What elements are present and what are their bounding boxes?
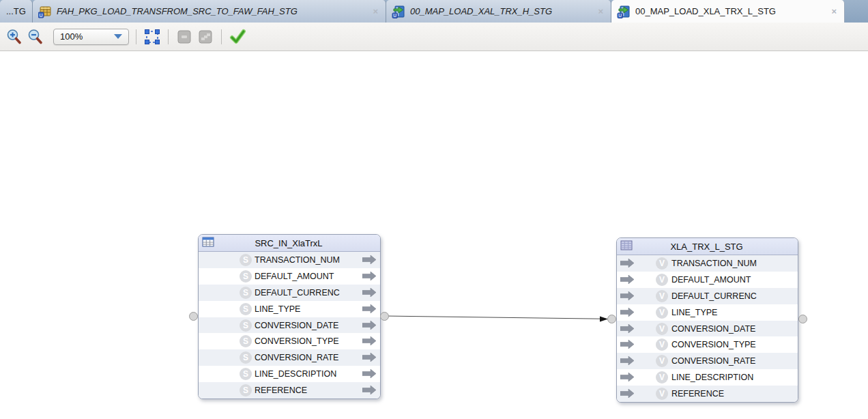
- column-row[interactable]: V CONVERSION_TYPE: [617, 336, 798, 353]
- connector-arrow-icon[interactable]: [620, 340, 634, 351]
- package-icon: U: [38, 5, 53, 18]
- target-badge-icon: V: [656, 306, 668, 319]
- target-badge-icon: V: [656, 355, 668, 367]
- checkmark-icon: [229, 29, 246, 45]
- column-label: LINE_TYPE: [671, 308, 717, 317]
- column-label: CONVERSION_TYPE: [255, 336, 339, 346]
- datastore-icon: [620, 240, 633, 253]
- tab-fah-pkg-load-transfrom[interactable]: U FAH_PKG_LOAD_TRANSFROM_SRC_TO_FAW_FAH_…: [33, 0, 386, 23]
- zoom-out-icon: [27, 29, 44, 45]
- layout-diagram-button-disabled: [197, 28, 214, 46]
- column-row[interactable]: V TRANSACTION_NUM: [617, 255, 798, 272]
- column-row[interactable]: S DEFAULT_CURRENC: [199, 285, 380, 301]
- column-label: LINE_DESCRIPTION: [671, 373, 753, 382]
- column-row[interactable]: S CONVERSION_DATE: [199, 317, 380, 334]
- sync-diagram-button-disabled: [175, 28, 193, 46]
- column-row[interactable]: S LINE_DESCRIPTION: [199, 366, 380, 382]
- layout-diagram-icon: [198, 29, 213, 44]
- connector-arrow-icon[interactable]: [362, 321, 376, 332]
- connector-arrow-icon[interactable]: [362, 386, 376, 396]
- connector-arrow-icon[interactable]: [362, 255, 376, 266]
- column-row[interactable]: V CONVERSION_DATE: [617, 321, 798, 337]
- zoom-in-button[interactable]: [5, 28, 23, 46]
- target-right-port[interactable]: [798, 315, 807, 323]
- connector-arrow-icon[interactable]: [620, 308, 634, 319]
- close-icon[interactable]: ×: [596, 7, 605, 16]
- source-badge-icon: S: [240, 254, 252, 266]
- table-title: XLA_TRX_L_STG: [633, 242, 794, 252]
- close-icon[interactable]: ×: [371, 7, 380, 16]
- column-row[interactable]: V DEFAULT_CURRENC: [617, 288, 798, 304]
- tab-label: 00_MAP_LOAD_XLA_TRX_L_STG: [635, 6, 776, 16]
- column-label: DEFAULT_CURRENC: [671, 291, 757, 301]
- zoom-level-value: 100%: [60, 31, 83, 42]
- target-badge-icon: V: [656, 338, 668, 351]
- column-label: CONVERSION_TYPE: [671, 340, 756, 349]
- mapping-icon: U: [392, 5, 406, 18]
- column-label: DEFAULT_CURRENC: [255, 288, 340, 298]
- connector-arrow-icon[interactable]: [362, 336, 376, 347]
- source-table-src-in-xlatrxl[interactable]: SRC_IN_XlaTrxL S TRANSACTION_NUM S DEFAU…: [198, 234, 381, 399]
- connector-arrow-icon[interactable]: [620, 275, 634, 286]
- tab-00-map-load-xla-trx-l-stg-active[interactable]: U 00_MAP_LOAD_XLA_TRX_L_STG ×: [611, 0, 845, 23]
- mapping-icon: U: [617, 5, 631, 18]
- connector-arrow-icon[interactable]: [620, 356, 634, 367]
- tab-label: ...TG: [6, 6, 26, 16]
- zoom-out-button[interactable]: [27, 28, 44, 46]
- column-row[interactable]: V LINE_TYPE: [617, 304, 798, 321]
- connector-arrow-icon[interactable]: [620, 291, 634, 302]
- marquee-select-icon: [144, 29, 160, 45]
- connector-arrow-icon[interactable]: [620, 324, 634, 335]
- column-label: CONVERSION_DATE: [255, 321, 338, 330]
- connector-arrow-icon[interactable]: [362, 304, 376, 315]
- column-row[interactable]: S LINE_TYPE: [199, 301, 380, 317]
- table-icon: [202, 237, 214, 250]
- column-row[interactable]: V REFERENCE: [617, 386, 798, 402]
- tab-truncated-tg[interactable]: ...TG: [0, 0, 33, 23]
- column-row[interactable]: V CONVERSION_RATE: [617, 353, 798, 369]
- source-badge-icon: S: [240, 319, 252, 332]
- column-row[interactable]: V LINE_DESCRIPTION: [617, 369, 798, 386]
- connector-arrow-icon[interactable]: [362, 288, 376, 299]
- svg-text:U: U: [393, 13, 396, 18]
- source-badge-icon: S: [240, 270, 252, 283]
- column-label: REFERENCE: [255, 386, 307, 395]
- connector-arrow-icon[interactable]: [620, 259, 634, 270]
- diagram-toolbar: 100%: [0, 23, 868, 51]
- connector-arrow-icon[interactable]: [620, 373, 634, 384]
- target-table-header[interactable]: XLA_TRX_L_STG: [617, 238, 798, 255]
- source-table-header[interactable]: SRC_IN_XlaTrxL: [199, 235, 380, 252]
- toolbar-separator: [221, 29, 222, 44]
- tab-00-map-load-xal-trx-h-stg[interactable]: U 00_MAP_LOAD_XAL_TRX_H_STG ×: [386, 0, 611, 23]
- target-badge-icon: V: [656, 274, 668, 286]
- close-icon[interactable]: ×: [829, 7, 839, 16]
- column-row[interactable]: S TRANSACTION_NUM: [199, 252, 380, 268]
- fit-selection-button[interactable]: [143, 28, 161, 46]
- column-row[interactable]: S CONVERSION_TYPE: [199, 333, 380, 349]
- connector-arrow-icon[interactable]: [362, 353, 376, 364]
- svg-text:U: U: [618, 13, 622, 18]
- target-badge-icon: V: [656, 323, 668, 335]
- column-row[interactable]: V DEFAULT_AMOUNT: [617, 272, 798, 288]
- tab-bar: ...TG U FAH_PKG_LOAD_TRANSFROM_SRC_TO_FA…: [0, 0, 868, 23]
- connector-arrow-icon[interactable]: [620, 389, 634, 400]
- column-row[interactable]: S CONVERSION_RATE: [199, 349, 380, 366]
- column-row[interactable]: S REFERENCE: [199, 382, 380, 399]
- source-right-port[interactable]: [380, 312, 389, 321]
- target-left-port[interactable]: [607, 315, 616, 323]
- tab-label: 00_MAP_LOAD_XAL_TRX_H_STG: [410, 6, 552, 16]
- target-badge-icon: V: [656, 371, 668, 384]
- zoom-level-dropdown[interactable]: 100%: [53, 29, 129, 45]
- column-label: CONVERSION_RATE: [671, 356, 755, 366]
- column-row[interactable]: S DEFAULT_AMOUNT: [199, 268, 380, 285]
- source-badge-icon: S: [240, 335, 252, 347]
- connector-arrow-icon[interactable]: [362, 369, 376, 380]
- column-label: TRANSACTION_NUM: [255, 255, 340, 265]
- connector-arrow-icon[interactable]: [362, 272, 376, 283]
- source-badge-icon: S: [240, 384, 252, 396]
- zoom-in-icon: [6, 29, 23, 45]
- source-left-port[interactable]: [189, 312, 198, 321]
- column-label: CONVERSION_DATE: [671, 324, 755, 334]
- target-table-xla-trx-l-stg[interactable]: XLA_TRX_L_STG V TRANSACTION_NUM V DEFAUL…: [616, 237, 798, 403]
- validate-button[interactable]: [229, 28, 246, 46]
